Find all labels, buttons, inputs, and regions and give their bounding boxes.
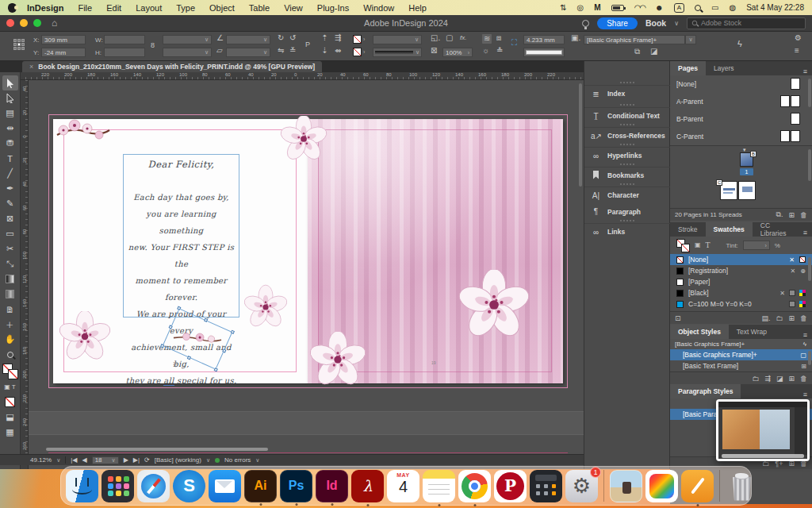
tab-layers[interactable]: Layers [706,61,742,75]
folder-icon[interactable]: 🗀 [776,314,783,322]
swatch-row-paper[interactable]: [Paper] [670,276,812,287]
fill-swatch-none[interactable] [353,35,362,44]
pages-scrollbar[interactable] [808,149,811,181]
zoom-chevron-icon[interactable]: ∨ [56,457,60,464]
stroke-type-dropdown[interactable] [523,48,565,57]
container-format-icon[interactable]: ▣ [695,241,701,249]
stroke-weight-field[interactable]: ∨ [373,35,422,44]
quick-apply-icon[interactable]: ϟ [803,341,812,348]
gap-field[interactable]: 4.233 mm [523,35,565,44]
menu-help[interactable]: Help [401,3,434,13]
content-collector-tool[interactable]: ⛃ [2,136,18,151]
workspace-gear-icon[interactable]: ⚙ [795,34,802,42]
dock-photoshop[interactable]: Ps [280,470,312,502]
panel-menu-icon[interactable]: ≡ [795,47,799,55]
apple-menu-icon[interactable] [8,3,17,13]
screen-mode-button[interactable]: ⬓ [2,410,18,425]
menu-clock[interactable]: Sat 4 May 22:28 [746,3,804,12]
document-canvas[interactable]: Dear Felicity, Each day that goes by, yo… [29,80,584,469]
dock-launchpad[interactable] [102,470,134,502]
swatch-fill-stroke-proxy[interactable] [676,239,690,252]
panel-button-index[interactable]: ≣Index [584,85,671,102]
gradient-tool[interactable] [2,271,18,287]
wrap-none-icon[interactable]: ≋ [482,34,492,44]
parent-page-row[interactable]: B-Parent [670,110,812,128]
menu-type[interactable]: Type [169,3,202,13]
battery-icon[interactable] [611,5,624,11]
dock-skype[interactable]: S [173,470,205,502]
tint-field[interactable]: › [743,241,770,250]
sync-status-icon[interactable]: ⇅ [560,3,566,12]
swatch-views-icon[interactable]: ⊡ [675,314,681,322]
menu-edit[interactable]: Edit [99,3,128,13]
horizontal-ruler[interactable]: 2202001801601401201008060402002040608010… [21,72,584,80]
panel-button-paragraph[interactable]: ¶Paragraph [584,203,671,220]
document-tab[interactable]: × Book Design_210x210mm_Seven Days with … [22,61,322,72]
last-page-button[interactable]: ▶| [133,456,140,464]
dock-creative-cloud[interactable] [645,470,678,502]
page-tool[interactable]: ▤ [2,106,18,121]
panel-menu-icon[interactable]: ≡ [803,331,812,339]
menu-plugins[interactable]: Plug-Ins [310,3,356,13]
spotlight-icon[interactable] [695,5,701,11]
dock-calendar[interactable]: MAY4 [387,470,419,502]
gap-tool[interactable]: ⇹ [2,121,18,136]
panel-button-bookmarks[interactable]: Bookmarks [584,167,671,183]
stroke-swatch-none[interactable] [353,48,362,56]
text-format-icon[interactable]: T [706,241,710,249]
preflight-chevron-icon[interactable]: ∨ [206,457,210,464]
frame-tool[interactable]: ⊠ [2,211,18,226]
frame-fitting-icon[interactable]: ⊠ [431,47,437,55]
drag-handle[interactable] [620,164,634,165]
apply-none-button[interactable] [2,394,18,410]
scale-x-field[interactable]: ∨ [163,35,212,44]
dock-notes[interactable] [423,470,455,502]
scale-y-field[interactable]: ∨ [163,48,212,57]
page-1-badge[interactable]: 1 [740,168,753,175]
flip-v-icon[interactable]: ≚ [289,47,296,55]
preflight-refresh-icon[interactable]: ⟳ [144,456,150,464]
frame-handle[interactable] [169,325,173,329]
pencil-tool[interactable]: ✎ [2,196,18,211]
line-tool[interactable]: ╱ [2,166,18,181]
object-style-dropdown[interactable]: [Basic Graphics Frame]+ [584,35,685,44]
screen-capture-icon[interactable]: ◎ [577,3,584,12]
frame-handle[interactable] [177,306,181,310]
direct-selection-tool[interactable] [2,90,18,106]
tab-cc-libraries[interactable]: CC Libraries [753,222,803,237]
picture-in-picture-window[interactable] [716,399,810,461]
drag-handle[interactable] [620,220,634,221]
corner-options-icon[interactable]: ◱. [431,34,440,42]
vertical-scrollbar[interactable] [579,83,582,187]
shear-field[interactable]: ∨ [226,48,270,57]
new-color-group-icon[interactable]: ▤. [761,314,770,322]
hand-tool[interactable]: ✋ [2,332,18,347]
scissors-tool[interactable]: ✂ [2,241,18,256]
dock-downloads-stack[interactable] [610,470,642,502]
horizontal-scrollbar[interactable] [46,448,268,451]
rotate-ccw-icon[interactable]: ↺ [289,34,296,42]
zoom-tool[interactable] [2,347,18,362]
auto-fit-icon[interactable]: ⛶ [511,39,517,47]
links-nav-icon[interactable]: ⇴ [335,47,341,55]
drag-handle[interactable] [620,82,634,83]
h-field[interactable] [104,48,145,57]
object-style-icon[interactable]: ▣. [571,34,580,42]
dock-illustrator[interactable]: Ai [244,470,277,502]
menu-view[interactable]: View [277,3,310,13]
tab-text-wrap[interactable]: Text Wrap [729,325,775,339]
w-field[interactable] [104,35,145,44]
dock-mail[interactable] [209,470,241,502]
tab-swatches[interactable]: Swatches [706,222,753,237]
object-style-row[interactable]: [Basic Graphics Frame]+ ▢ [670,349,812,360]
home-icon[interactable]: ⌂ [52,17,57,29]
menu-indesign[interactable]: InDesign [20,3,71,13]
free-transform-tool[interactable]: ⤡ [2,256,18,271]
rotate-cw-icon[interactable]: ↻ [278,34,284,42]
drag-handle[interactable] [620,104,634,106]
drag-handle[interactable] [620,124,634,125]
panel-menu-icon[interactable]: ≡ [803,67,812,75]
page-number-field[interactable]: 18∨ [92,456,119,464]
menu-object[interactable]: Object [202,3,242,13]
wrap-bounding-icon[interactable]: ⧈ [496,34,501,42]
